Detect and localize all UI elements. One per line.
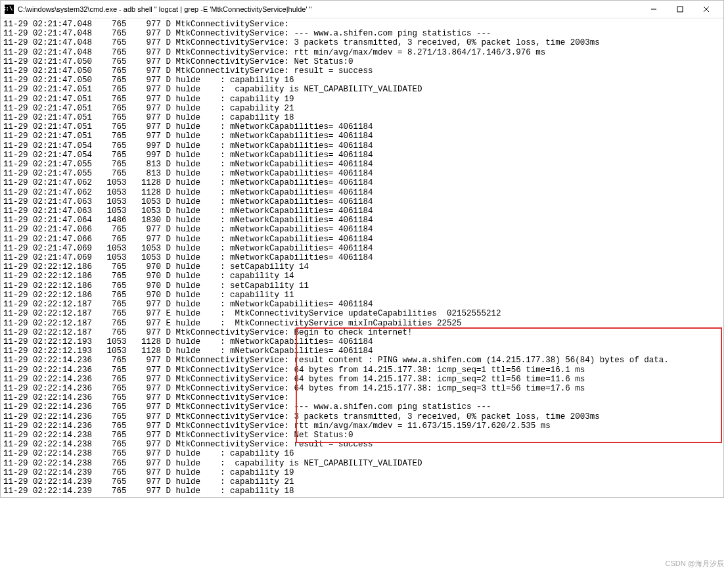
log-line: 11-29 02:21:47.051 765 977 D hulde : cap… <box>3 113 721 122</box>
log-line: 11-29 02:22:14.239 765 977 D hulde : cap… <box>3 477 721 487</box>
log-line: 11-29 02:21:47.063 1053 1053 D hulde : m… <box>3 197 721 206</box>
log-line: 11-29 02:22:12.186 765 970 D hulde : set… <box>3 281 721 291</box>
titlebar[interactable]: C:\. C:\windows\system32\cmd.exe - adb s… <box>1 1 723 18</box>
log-line: 11-29 02:22:12.187 765 977 E hulde : Mtk… <box>3 309 721 318</box>
log-line: 11-29 02:21:47.051 765 977 D hulde : mNe… <box>3 122 721 131</box>
log-line: 11-29 02:22:12.193 1053 1128 D hulde : m… <box>3 337 721 346</box>
log-line: 11-29 02:21:47.051 765 977 D hulde : cap… <box>3 85 721 94</box>
log-line: 11-29 02:22:14.238 765 977 D hulde : cap… <box>3 449 721 458</box>
window-title: C:\windows\system32\cmd.exe - adb shell … <box>18 5 641 13</box>
log-line: 11-29 02:22:14.236 765 977 D MtkConnecti… <box>3 375 721 384</box>
log-line: 11-29 02:22:12.186 765 970 D hulde : cap… <box>3 272 721 281</box>
log-line: 11-29 02:22:14.238 765 977 D MtkConnecti… <box>3 431 721 440</box>
log-line: 11-29 02:21:47.051 765 977 D hulde : mNe… <box>3 131 721 141</box>
log-line: 11-29 02:21:47.055 765 813 D hulde : mNe… <box>3 160 721 169</box>
cmd-window: C:\. C:\windows\system32\cmd.exe - adb s… <box>0 0 724 498</box>
log-line: 11-29 02:22:14.236 765 977 D MtkConnecti… <box>3 366 721 375</box>
log-line: 11-29 02:22:12.186 765 970 D hulde : set… <box>3 262 721 272</box>
log-line: 11-29 02:21:47.054 765 997 D hulde : mNe… <box>3 141 721 151</box>
log-line: 11-29 02:21:47.048 765 977 D MtkConnecti… <box>3 29 721 38</box>
maximize-button[interactable] <box>667 1 693 18</box>
log-line: 11-29 02:21:47.048 765 977 D MtkConnecti… <box>3 38 721 47</box>
minimize-icon <box>650 6 657 12</box>
log-line: 11-29 02:21:47.069 1053 1053 D hulde : m… <box>3 244 721 253</box>
log-line: 11-29 02:22:14.236 765 977 D MtkConnecti… <box>3 402 721 412</box>
svg-rect-1 <box>677 7 683 12</box>
log-line: 11-29 02:22:14.238 765 977 D MtkConnecti… <box>3 440 721 449</box>
log-line: 11-29 02:21:47.069 1053 1053 D hulde : m… <box>3 253 721 262</box>
log-line: 11-29 02:22:12.186 765 970 D hulde : cap… <box>3 291 721 300</box>
log-line: 11-29 02:21:47.050 765 977 D MtkConnecti… <box>3 66 721 76</box>
log-line: 11-29 02:22:14.236 765 977 D MtkConnecti… <box>3 393 721 402</box>
log-line: 11-29 02:22:14.236 765 977 D MtkConnecti… <box>3 412 721 421</box>
log-line: 11-29 02:21:47.063 1053 1053 D hulde : m… <box>3 206 721 216</box>
log-line: 11-29 02:22:14.239 765 977 D hulde : cap… <box>3 468 721 477</box>
close-button[interactable] <box>693 1 719 18</box>
log-line: 11-29 02:21:47.064 1486 1830 D hulde : m… <box>3 216 721 225</box>
log-line: 11-29 02:22:14.238 765 977 D hulde : cap… <box>3 459 721 468</box>
log-line: 11-29 02:21:47.048 765 977 D MtkConnecti… <box>3 20 721 29</box>
minimize-button[interactable] <box>641 1 667 18</box>
log-line: 11-29 02:21:47.062 1053 1128 D hulde : m… <box>3 188 721 197</box>
log-line: 11-29 02:21:47.048 765 977 D MtkConnecti… <box>3 48 721 57</box>
console-output[interactable]: 11-29 02:21:47.048 765 977 D MtkConnecti… <box>1 18 722 497</box>
close-icon <box>703 6 710 12</box>
log-line: 11-29 02:21:47.066 765 977 D hulde : mNe… <box>3 225 721 234</box>
log-line: 11-29 02:22:12.187 765 977 E hulde : Mtk… <box>3 319 721 328</box>
cmd-icon: C:\. <box>5 5 14 14</box>
log-line: 11-29 02:22:14.236 765 977 D MtkConnecti… <box>3 384 721 393</box>
log-line: 11-29 02:21:47.050 765 977 D MtkConnecti… <box>3 57 721 66</box>
log-line: 11-29 02:22:12.187 765 977 D MtkConnecti… <box>3 328 721 337</box>
log-line: 11-29 02:21:47.066 765 977 D hulde : mNe… <box>3 235 721 244</box>
window-buttons <box>641 1 719 18</box>
log-line: 11-29 02:22:12.193 1053 1128 D hulde : m… <box>3 346 721 356</box>
log-line: 11-29 02:22:14.236 765 977 D MtkConnecti… <box>3 421 721 431</box>
log-line: 11-29 02:21:47.051 765 977 D hulde : cap… <box>3 95 721 104</box>
log-line: 11-29 02:22:14.236 765 977 D MtkConnecti… <box>3 356 721 365</box>
log-line: 11-29 02:22:14.239 765 977 D hulde : cap… <box>3 487 721 496</box>
log-line: 11-29 02:21:47.055 765 813 D hulde : mNe… <box>3 169 721 178</box>
log-line: 11-29 02:21:47.051 765 977 D hulde : cap… <box>3 104 721 113</box>
log-line: 11-29 02:21:47.050 765 977 D hulde : cap… <box>3 76 721 85</box>
log-line: 11-29 02:22:12.187 765 977 D hulde : mNe… <box>3 300 721 309</box>
maximize-icon <box>677 6 683 12</box>
log-line: 11-29 02:21:47.062 1053 1128 D hulde : m… <box>3 178 721 187</box>
log-line: 11-29 02:21:47.054 765 997 D hulde : mNe… <box>3 151 721 160</box>
